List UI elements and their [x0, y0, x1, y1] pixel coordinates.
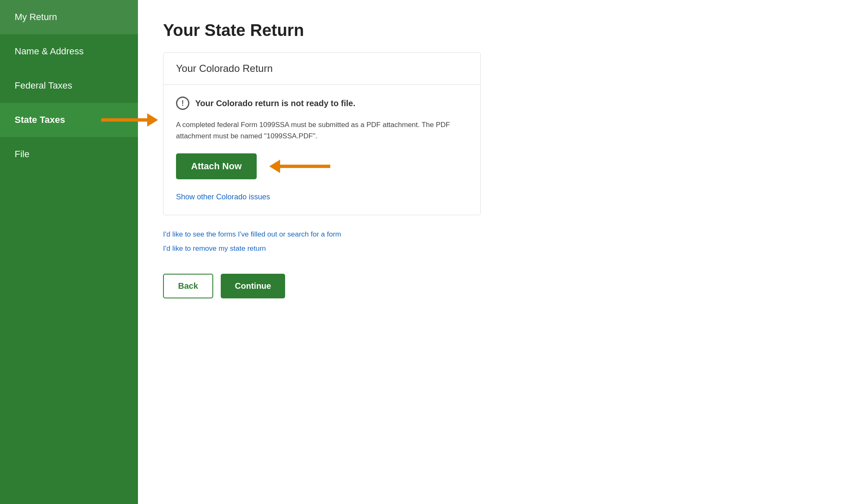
arrow-shaft [280, 165, 330, 168]
main-content: Your State Return Your Colorado Return !… [138, 0, 852, 504]
back-button[interactable]: Back [163, 274, 213, 298]
sidebar-item-name-address[interactable]: Name & Address [0, 34, 138, 69]
sidebar-item-label: Name & Address [15, 46, 84, 57]
link-section: I'd like to see the forms I've filled ou… [163, 230, 481, 253]
page-title: Your State Return [163, 21, 827, 40]
alert-text: Your Colorado return is not ready to fil… [195, 99, 355, 108]
sidebar-item-federal-taxes[interactable]: Federal Taxes [0, 69, 138, 103]
show-issues-link[interactable]: Show other Colorado issues [176, 193, 270, 201]
forms-link[interactable]: I'd like to see the forms I've filled ou… [163, 230, 481, 239]
attach-arrow-left [269, 160, 330, 173]
sidebar-item-label: File [15, 149, 29, 160]
sidebar-item-label: My Return [15, 12, 57, 23]
sidebar-item-state-taxes[interactable]: State Taxes [0, 103, 138, 137]
sidebar-item-label: State Taxes [15, 115, 65, 125]
sidebar-arrow-right [101, 113, 158, 127]
state-return-card: Your Colorado Return ! Your Colorado ret… [163, 52, 481, 215]
alert-icon: ! [176, 97, 189, 110]
attach-row: Attach Now [176, 153, 468, 179]
sidebar: My Return Name & Address Federal Taxes S… [0, 0, 138, 504]
card-header: Your Colorado Return [163, 53, 480, 85]
card-body: ! Your Colorado return is not ready to f… [163, 85, 480, 215]
sidebar-item-label: Federal Taxes [15, 80, 72, 91]
bottom-buttons: Back Continue [163, 274, 481, 298]
attach-now-button[interactable]: Attach Now [176, 153, 257, 179]
alert-row: ! Your Colorado return is not ready to f… [176, 97, 468, 110]
sidebar-item-file[interactable]: File [0, 137, 138, 171]
arrow-head-icon [269, 160, 280, 173]
continue-button[interactable]: Continue [221, 274, 286, 298]
sidebar-item-my-return[interactable]: My Return [0, 0, 138, 34]
description-text: A completed federal Form 1099SSA must be… [176, 119, 468, 142]
remove-state-return-link[interactable]: I'd like to remove my state return [163, 244, 481, 253]
